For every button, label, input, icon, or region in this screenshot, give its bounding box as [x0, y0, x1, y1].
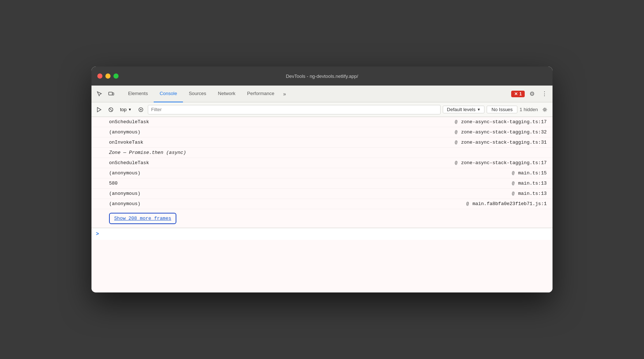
- live-expressions-button[interactable]: [136, 105, 146, 114]
- tab-elements[interactable]: Elements: [122, 86, 154, 102]
- console-row-text: 580: [109, 181, 117, 186]
- tab-performance[interactable]: Performance: [241, 86, 280, 102]
- console-row: onScheduleTask @ zone-async-stack-taggin…: [91, 117, 553, 127]
- at-sign: @: [512, 191, 514, 196]
- console-content: onScheduleTask @ zone-async-stack-taggin…: [91, 117, 553, 292]
- prompt-arrow-icon: >: [96, 231, 99, 237]
- source-link[interactable]: main.ts:15: [518, 170, 547, 176]
- console-row-text: onInvokeTask: [109, 140, 143, 145]
- console-row: (anonymous) @ main.fa8bfa0e23f1eb71.js:1: [91, 199, 553, 209]
- at-sign: @: [512, 181, 514, 186]
- svg-point-7: [544, 109, 546, 110]
- at-sign: @: [455, 160, 457, 166]
- source-link[interactable]: zone-async-stack-tagging.ts:17: [461, 119, 547, 125]
- console-row-text: (anonymous): [109, 191, 141, 196]
- clear-console-button[interactable]: [106, 105, 116, 114]
- console-row-text: (anonymous): [109, 170, 141, 176]
- error-icon: ✕: [514, 91, 518, 97]
- console-row: onInvokeTask @ zone-async-stack-tagging.…: [91, 137, 553, 148]
- minimize-button[interactable]: [105, 73, 111, 79]
- source-link[interactable]: main.ts:13: [518, 181, 547, 186]
- tab-network[interactable]: Network: [212, 86, 242, 102]
- console-row: (anonymous) @ main.ts:13: [91, 189, 553, 199]
- dropdown-arrow-icon: ▼: [128, 107, 132, 112]
- svg-rect-0: [109, 92, 112, 95]
- show-frames-row: Show 208 more frames: [91, 209, 553, 228]
- levels-dropdown-icon: ▼: [477, 107, 480, 112]
- at-sign: @: [455, 130, 457, 135]
- tab-console[interactable]: Console: [154, 86, 183, 102]
- context-selector[interactable]: top ▼: [118, 106, 134, 113]
- run-script-button[interactable]: [94, 105, 104, 114]
- settings-button[interactable]: ⚙: [527, 89, 537, 99]
- filter-input[interactable]: [148, 105, 441, 114]
- source-link[interactable]: zone-async-stack-tagging.ts:32: [461, 129, 547, 135]
- console-row-text: onScheduleTask: [109, 160, 149, 166]
- console-row: Zone — Promise.then (async): [91, 148, 553, 158]
- at-sign: @: [466, 201, 469, 207]
- console-toolbar: top ▼ Default levels ▼ No Issues 1 hidde…: [91, 102, 553, 117]
- source-link[interactable]: zone-async-stack-tagging.ts:31: [461, 140, 547, 145]
- console-row: (anonymous) @ zone-async-stack-tagging.t…: [91, 127, 553, 137]
- source-link[interactable]: zone-async-stack-tagging.ts:17: [461, 160, 547, 166]
- device-toolbar-button[interactable]: [106, 89, 116, 99]
- svg-line-4: [110, 108, 112, 111]
- console-input[interactable]: [102, 231, 548, 237]
- source-link[interactable]: main.ts:13: [518, 191, 547, 196]
- console-input-row: >: [91, 228, 553, 240]
- console-settings-button[interactable]: [540, 105, 550, 114]
- svg-rect-1: [112, 93, 114, 95]
- inspect-element-button[interactable]: [94, 89, 105, 99]
- devtools-window: DevTools - ng-devtools.netlify.app/ Elem…: [91, 67, 553, 292]
- log-levels-button[interactable]: Default levels ▼: [443, 106, 484, 113]
- at-sign: @: [455, 120, 457, 125]
- console-row: onScheduleTask @ zone-async-stack-taggin…: [91, 158, 553, 168]
- console-row-text: Zone — Promise.then (async): [109, 150, 186, 155]
- tab-sources[interactable]: Sources: [183, 86, 212, 102]
- svg-marker-2: [97, 107, 101, 112]
- hidden-count: 1 hidden: [520, 107, 538, 112]
- console-row-text: (anonymous): [109, 129, 141, 135]
- at-sign: @: [455, 140, 457, 145]
- console-row-text: (anonymous): [109, 201, 141, 207]
- show-more-frames-link[interactable]: Show 208 more frames: [109, 213, 176, 224]
- fullscreen-button[interactable]: [113, 73, 119, 79]
- error-badge[interactable]: ✕ 1: [511, 91, 525, 97]
- svg-point-6: [140, 109, 142, 110]
- tab-bar: Elements Console Sources Network Perform…: [91, 86, 553, 102]
- console-row-text: onScheduleTask: [109, 119, 149, 125]
- at-sign: @: [512, 171, 514, 176]
- window-title: DevTools - ng-devtools.netlify.app/: [286, 73, 358, 79]
- more-tabs-button[interactable]: »: [280, 91, 289, 97]
- close-button[interactable]: [97, 73, 102, 79]
- console-row: 580 @ main.ts:13: [91, 178, 553, 189]
- title-bar: DevTools - ng-devtools.netlify.app/: [91, 67, 553, 86]
- devtools-icons: [94, 89, 116, 99]
- console-row: (anonymous) @ main.ts:15: [91, 168, 553, 178]
- more-menu-button[interactable]: ⋮: [539, 89, 550, 99]
- source-link[interactable]: main.fa8bfa0e23f1eb71.js:1: [472, 201, 547, 207]
- tab-bar-right: ✕ 1 ⚙ ⋮: [511, 89, 550, 99]
- no-issues-button[interactable]: No Issues: [487, 106, 517, 113]
- traffic-lights: [97, 73, 119, 79]
